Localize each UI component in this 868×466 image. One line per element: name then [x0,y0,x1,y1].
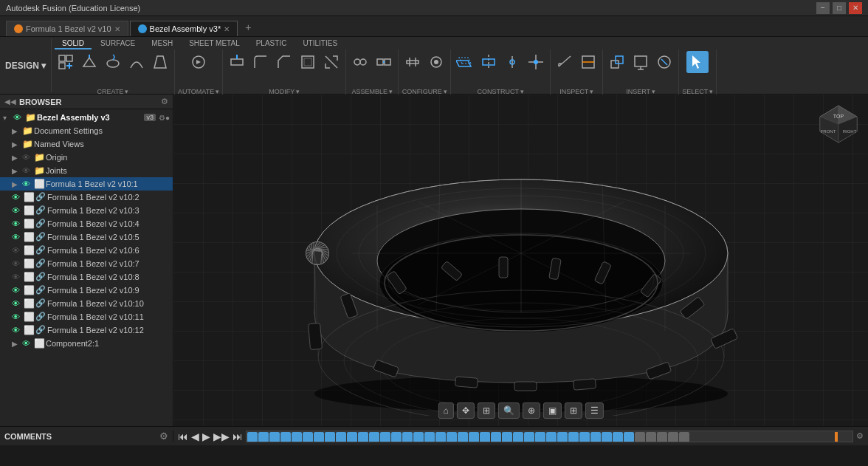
offset-plane-btn[interactable] [454,51,476,73]
timeline-item[interactable] [424,432,435,442]
timeline-item[interactable] [568,432,579,442]
timeline-item[interactable] [491,432,501,442]
timeline-item[interactable] [325,432,335,442]
timeline-item[interactable] [358,432,368,442]
eye-origin[interactable]: 👁 [22,153,32,162]
timeline-item[interactable] [635,432,645,442]
eye-f1b3[interactable]: 👁 [12,206,22,215]
tree-item-comp2[interactable]: ▶ 👁 ⬜ Component2:1 [0,337,173,350]
browser-settings-icon[interactable]: ⚙ [161,97,168,106]
timeline-item[interactable] [546,432,557,442]
tree-item-f1b6[interactable]: 👁 ⬜ 🔗 Formula 1 Bezel v2 v10:6 [0,244,173,257]
timeline-item[interactable] [269,432,280,442]
timeline-item[interactable] [480,432,490,442]
eye-comp2[interactable]: 👁 [22,339,32,348]
tree-item-joints[interactable]: ▶ 👁 📁 Joints [0,164,173,177]
eye-f1b12[interactable]: 👁 [12,326,22,335]
timeline-item[interactable] [613,432,623,442]
tab-solid[interactable]: SOLID [55,38,92,49]
tab-formula1bezel[interactable]: Formula 1 Bezel v2 v10 ✕ [6,21,128,36]
tree-item-f1b1[interactable]: ▶ 👁 ⬜ Formula 1 Bezel v2 v10:1 [0,177,173,191]
maximize-button[interactable]: □ [833,2,846,14]
eye-f1b11[interactable]: 👁 [12,312,22,321]
tree-item-origin[interactable]: ▶ 👁 📁 Origin [0,151,173,164]
viewport-zoom-extent-btn[interactable]: ⊕ [523,402,540,419]
tab-close-bezel[interactable]: ✕ [224,25,230,33]
tab-surface[interactable]: SURFACE [93,38,142,49]
chamfer-btn[interactable] [273,51,295,73]
viewport-home-btn[interactable]: ⌂ [438,402,453,419]
timeline-item[interactable] [402,432,413,442]
browser-collapse-icon[interactable]: ◀◀ [4,97,16,106]
timeline-play-btn[interactable]: ▶ [202,431,210,442]
timeline-item[interactable] [347,432,357,442]
eye-f1b2[interactable]: 👁 [12,193,22,202]
eye-f1b6[interactable]: 👁 [12,246,22,255]
tree-expand-named[interactable]: ▶ [12,140,21,148]
timeline-item[interactable] [292,432,302,442]
close-button[interactable]: ✕ [849,2,862,14]
viewport[interactable]: TOP FRONT RIGHT ⌂ ✥ ⊞ 🔍 ⊕ ▣ ⊞ ☰ [173,95,868,426]
viewport-display-mode-btn[interactable]: ▣ [543,402,562,419]
point-btn[interactable] [525,51,547,73]
tab-sheetmetal[interactable]: SHEET METAL [182,38,247,49]
tree-expand-doc[interactable]: ▶ [12,127,21,135]
timeline-prev-btn[interactable]: ◀ [191,431,199,442]
timeline-item[interactable] [469,432,479,442]
timeline-item[interactable] [458,432,468,442]
timeline-item[interactable] [336,432,346,442]
eye-f1b7[interactable]: 👁 [12,259,22,268]
timeline-item[interactable] [303,432,313,442]
press-pull-btn[interactable] [226,51,248,73]
tree-item-f1b5[interactable]: 👁 ⬜ 🔗 Formula 1 Bezel v2 v10:5 [0,230,173,244]
midplane-btn[interactable] [478,51,500,73]
eye-joints[interactable]: 👁 [22,166,32,175]
shell-btn[interactable] [297,51,319,73]
timeline-playhead[interactable] [835,432,838,442]
timeline-forward-btn[interactable]: ▶▶ [213,431,230,442]
joint-btn[interactable] [349,51,371,73]
insert-canvas-btn[interactable] [653,51,675,73]
eye-root[interactable]: 👁 [13,113,24,122]
insert-decal-btn[interactable] [630,51,652,73]
eye-f1b4[interactable]: 👁 [12,219,22,228]
eye-f1b5[interactable]: 👁 [12,233,22,241]
design-dropdown-button[interactable]: DESIGN ▾ [5,61,46,71]
tree-item-f1b9[interactable]: 👁 ⬜ 🔗 Formula 1 Bezel v2 v10:9 [0,284,173,297]
tree-item-f1b12[interactable]: 👁 ⬜ 🔗 Formula 1 Bezel v2 v10:12 [0,323,173,337]
tree-expand-comp2[interactable]: ▶ [12,340,21,348]
timeline-item[interactable] [557,432,568,442]
section-analysis-btn[interactable] [577,51,599,73]
eye-f1b1[interactable]: 👁 [22,179,32,188]
configure-btn[interactable] [402,51,424,73]
minimize-button[interactable]: − [816,2,830,14]
timeline-item[interactable] [502,432,512,442]
timeline-item[interactable] [280,432,291,442]
viewport-zoom-btn[interactable]: 🔍 [498,402,520,419]
tree-item-namedviews[interactable]: ▶ 📁 Named Views [0,137,173,151]
tree-expand-origin[interactable]: ▶ [12,154,21,162]
timeline-item[interactable] [624,432,634,442]
eye-f1b8[interactable]: 👁 [12,273,22,281]
tree-expand-f1b1[interactable]: ▶ [12,180,21,188]
timeline-item[interactable] [646,432,656,442]
viewport-more-btn[interactable]: ☰ [585,402,604,419]
tree-item-docsettings[interactable]: ▶ 📁 Document Settings [0,124,173,137]
timeline-item[interactable] [657,432,667,442]
timeline-item[interactable] [391,432,402,442]
viewport-zoom-fit-btn[interactable]: ⊞ [478,402,495,419]
axis-btn[interactable] [501,51,523,73]
tree-root[interactable]: ▾ 👁 📁 Bezel Assembly v3 v3 ⚙● [0,111,173,124]
revolve-btn[interactable] [102,51,124,73]
timeline-item[interactable] [579,432,590,442]
loft-btn[interactable] [149,51,171,73]
assemble-btn2[interactable] [373,51,395,73]
automate-btn[interactable] [187,51,210,73]
timeline-go-end-btn[interactable]: ⏭ [232,431,243,442]
select-btn[interactable] [686,51,709,73]
timeline-item[interactable] [258,432,269,442]
timeline-item[interactable] [524,432,534,442]
tree-item-f1b11[interactable]: 👁 ⬜ 🔗 Formula 1 Bezel v2 v10:11 [0,310,173,323]
timeline-item[interactable] [602,432,612,442]
timeline-settings-btn[interactable]: ⚙ [856,431,864,441]
